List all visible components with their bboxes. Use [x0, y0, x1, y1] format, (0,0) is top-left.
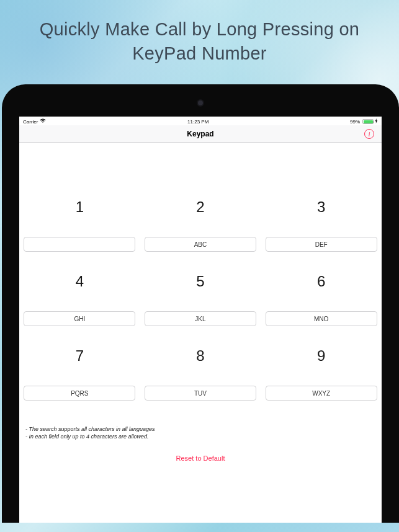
key-letters-input[interactable] [266, 237, 377, 252]
key-letters-input[interactable] [145, 237, 256, 252]
key-letters-input[interactable] [145, 311, 256, 326]
key-digit: 9 [317, 347, 325, 365]
key-6[interactable]: 6 [261, 273, 382, 347]
key-7[interactable]: 7 [19, 347, 140, 422]
device-camera [198, 100, 203, 105]
carrier-label: Carrier [23, 119, 38, 125]
key-letters-input[interactable] [266, 386, 377, 401]
keypad-grid: 1 2 3 4 5 [19, 198, 382, 422]
key-letters-input[interactable] [266, 311, 377, 326]
key-digit: 4 [76, 273, 84, 290]
key-letters-input[interactable] [145, 386, 256, 401]
page-title: Keypad [187, 130, 213, 138]
key-digit: 8 [196, 347, 204, 365]
key-digit: 3 [317, 198, 325, 216]
battery-icon [362, 119, 374, 124]
key-9[interactable]: 9 [261, 347, 382, 422]
footnote-line: - In each field only up to 4 characters … [25, 433, 375, 440]
status-right: 99% [350, 118, 378, 125]
charging-icon [375, 118, 378, 125]
battery-percent: 99% [350, 119, 360, 125]
key-1[interactable]: 1 [19, 198, 140, 273]
promo-headline: Quickly Make Call by Long Pressing on Ke… [0, 0, 399, 84]
device-screen: Carrier 11:23 PM 99% Keypad i 1 [19, 117, 382, 523]
key-digit: 2 [196, 198, 204, 216]
status-time: 11:23 PM [187, 119, 208, 125]
key-digit: 7 [76, 347, 84, 365]
key-5[interactable]: 5 [140, 273, 261, 347]
key-letters-input[interactable] [24, 237, 135, 252]
key-letters-input[interactable] [24, 386, 135, 401]
key-digit: 6 [317, 273, 325, 290]
key-digit: 5 [196, 273, 204, 290]
footnotes: - The search supports all characters in … [19, 422, 382, 440]
key-3[interactable]: 3 [261, 198, 382, 273]
keypad-area: 1 2 3 4 5 [19, 143, 382, 461]
key-2[interactable]: 2 [140, 198, 261, 273]
status-bar: Carrier 11:23 PM 99% [19, 117, 382, 125]
key-4[interactable]: 4 [19, 273, 140, 347]
reset-to-default-button[interactable]: Reset to Default [19, 454, 382, 462]
key-8[interactable]: 8 [140, 347, 261, 422]
status-left: Carrier [23, 118, 46, 125]
key-letters-input[interactable] [24, 311, 135, 326]
key-digit: 1 [76, 198, 84, 216]
info-icon-button[interactable]: i [364, 129, 374, 139]
ipad-frame: Carrier 11:23 PM 99% Keypad i 1 [2, 84, 399, 523]
wifi-icon [40, 118, 46, 125]
nav-bar: Keypad i [19, 125, 382, 143]
footnote-line: - The search supports all characters in … [25, 425, 375, 433]
